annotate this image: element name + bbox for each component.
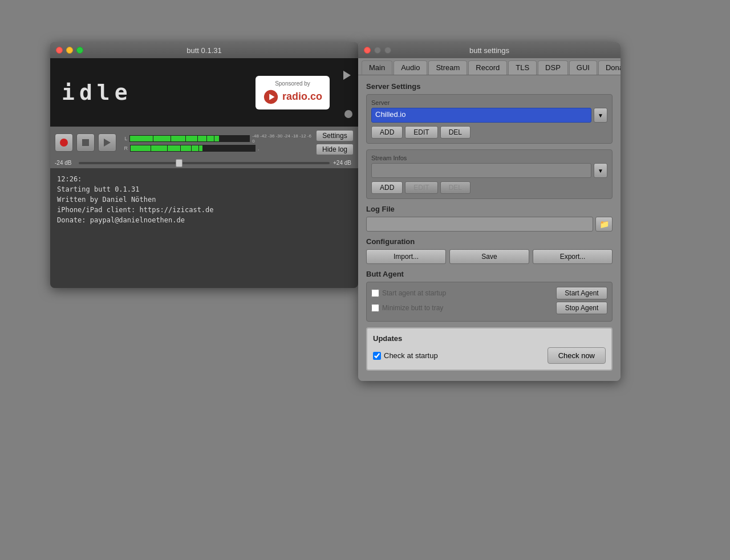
radio-co-icon	[263, 89, 279, 105]
tab-gui[interactable]: GUI	[569, 60, 597, 75]
logfile-folder-button[interactable]: 📁	[595, 217, 613, 232]
record-icon	[60, 139, 68, 147]
server-group: Server Chilled.io ▼ ADD EDIT DEL	[366, 94, 613, 144]
tab-donate[interactable]: Donate	[598, 60, 620, 75]
import-button[interactable]: Import...	[366, 249, 446, 264]
tab-main[interactable]: Main	[362, 60, 392, 75]
tab-audio[interactable]: Audio	[394, 60, 427, 75]
server-edit-button[interactable]: EDIT	[405, 126, 437, 139]
record-button[interactable]	[55, 133, 73, 152]
settings-min-button[interactable]	[374, 47, 381, 54]
butt-agent-label: Butt Agent	[366, 270, 613, 278]
stream-infos-label: Stream Infos	[371, 155, 607, 161]
tabs-bar: Main Audio Stream Record TLS DSP GUI Don…	[358, 58, 620, 75]
sponsor-box: Sponsored by radio.co	[256, 76, 330, 109]
start-agent-button[interactable]: Start Agent	[556, 287, 607, 299]
log-line-1: 12:26:	[57, 174, 351, 184]
settings-window: butt settings Main Audio Stream Record T…	[358, 42, 620, 381]
vu-seg-r5	[192, 145, 198, 151]
log-line-5: Donate: paypal@danielnoethen.de	[57, 215, 351, 225]
stop-agent-button[interactable]: Stop Agent	[556, 302, 607, 314]
vu-seg-2	[153, 136, 171, 141]
server-select-row: Chilled.io ▼	[371, 108, 607, 123]
export-button[interactable]: Export...	[533, 249, 613, 264]
stream-btn-row: ADD EDIT DEL	[371, 181, 607, 194]
settings-max-button[interactable]	[384, 47, 391, 54]
minimize-button[interactable]	[66, 47, 73, 54]
vu-seg-r1	[131, 145, 151, 151]
butt-controls-row: L -48 -42 -36 -30 -24 -18 -12 -6 0 R	[50, 127, 358, 159]
start-agent-checkbox[interactable]	[371, 289, 379, 297]
stream-dropdown-arrow[interactable]: ▼	[594, 163, 607, 178]
log-line-2: Starting butt 0.1.31	[57, 184, 351, 194]
vu-r-label: R	[120, 145, 128, 151]
logfile-label: Log File	[366, 205, 613, 213]
check-now-button[interactable]: Check now	[548, 347, 606, 364]
logfile-input[interactable]	[366, 217, 593, 232]
vu-seg-3	[171, 136, 185, 141]
server-del-button[interactable]: DEL	[440, 126, 471, 139]
settings-titlebar: butt settings	[358, 42, 620, 58]
stream-select[interactable]	[371, 163, 591, 178]
server-btn-row: ADD EDIT DEL	[371, 126, 607, 139]
tab-tls[interactable]: TLS	[508, 60, 537, 75]
settings-button[interactable]: Settings	[316, 130, 354, 141]
save-button[interactable]: Save	[449, 249, 529, 264]
stream-add-button[interactable]: ADD	[371, 181, 403, 194]
vu-seg-r4	[181, 145, 191, 151]
configuration-label: Configuration	[366, 237, 613, 246]
vu-seg-6	[207, 136, 214, 141]
agent-row-2: Minimize butt to tray Stop Agent	[371, 302, 607, 314]
radio-co-name: radio.co	[282, 91, 322, 103]
traffic-lights	[56, 47, 83, 54]
vol-min-label: -24 dB	[55, 160, 75, 166]
config-row: Import... Save Export...	[366, 249, 613, 264]
server-sub-label: Server	[371, 99, 607, 106]
agent-row-1: Start agent at startup Start Agent	[371, 287, 607, 299]
check-startup-text: Check at startup	[384, 351, 438, 360]
right-buttons: Settings Hide log	[316, 130, 354, 155]
logfile-row: 📁	[366, 217, 613, 232]
vu-bar-l	[129, 135, 250, 142]
side-circle-button[interactable]	[344, 110, 352, 118]
server-select[interactable]: Chilled.io	[371, 108, 591, 123]
side-play-button[interactable]	[341, 70, 352, 81]
stream-edit-button[interactable]: EDIT	[405, 181, 437, 194]
vu-db-labels-l: -48 -42 -36 -30 -24 -18 -12 -6 0	[252, 133, 313, 144]
tab-record[interactable]: Record	[468, 60, 507, 75]
close-button[interactable]	[56, 47, 63, 54]
vol-max-label: +24 dB	[333, 160, 354, 166]
stop-button[interactable]	[76, 133, 95, 152]
vu-l-label: L	[120, 136, 127, 141]
log-line-3: Written by Daniel Nöthen	[57, 194, 351, 205]
updates-row: Check at startup Check now	[373, 347, 606, 364]
server-add-button[interactable]: ADD	[371, 126, 403, 139]
vu-db-labels-r: ,	[258, 146, 259, 151]
maximize-button[interactable]	[76, 47, 83, 54]
start-agent-label: Start agent at startup	[382, 289, 446, 297]
minimize-tray-checkbox[interactable]	[371, 304, 379, 312]
settings-close-button[interactable]	[364, 47, 371, 54]
stop-icon	[82, 139, 89, 146]
vu-seg-r2	[151, 145, 167, 151]
tab-dsp[interactable]: DSP	[538, 60, 568, 75]
vu-row-l: L -48 -42 -36 -30 -24 -18 -12 -6 0	[120, 133, 313, 144]
server-dropdown-arrow[interactable]: ▼	[594, 108, 607, 123]
vu-seg-r6	[199, 145, 202, 151]
vu-seg-4	[186, 136, 197, 141]
settings-traffic-lights	[364, 47, 391, 54]
check-startup-checkbox[interactable]	[373, 352, 381, 360]
tab-stream[interactable]: Stream	[428, 60, 467, 75]
volume-row: -24 dB +24 dB	[50, 159, 358, 168]
start-agent-checkbox-label: Start agent at startup	[371, 289, 446, 297]
volume-slider[interactable]	[79, 162, 330, 164]
settings-window-title: butt settings	[469, 46, 509, 55]
hidelog-button[interactable]: Hide log	[316, 144, 354, 155]
vu-bar-r	[130, 145, 256, 152]
butt-titlebar: butt 0.1.31	[50, 42, 358, 58]
butt-window-title: butt 0.1.31	[186, 46, 221, 55]
stream-del-button[interactable]: DEL	[440, 181, 471, 194]
play-button[interactable]	[98, 133, 116, 152]
check-startup-label: Check at startup	[373, 351, 438, 360]
side-play-icon	[343, 71, 351, 80]
